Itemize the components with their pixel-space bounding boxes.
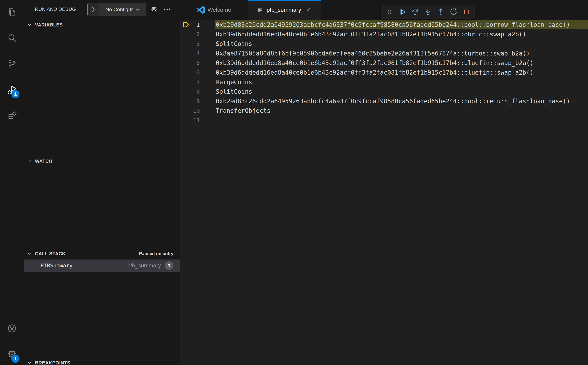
play-icon — [90, 6, 97, 13]
stack-frame-name: PTBSummary — [41, 262, 73, 269]
debug-step-over-icon — [411, 8, 419, 16]
stack-frame-source: ptb_summary — [128, 262, 161, 269]
chevron-down-icon — [27, 22, 32, 28]
section-divider — [24, 355, 180, 355]
start-debugging-button[interactable] — [87, 3, 99, 16]
stack-frame-line-badge: 1 — [165, 261, 173, 270]
code-line-text: 0xb39d6dddedd16ed8a40ce0b1e6b43c92acf0ff… — [216, 59, 534, 67]
step-over-button[interactable] — [410, 7, 420, 17]
debug-count-badge: 1 — [11, 90, 20, 98]
debug-step-out-icon — [437, 8, 445, 16]
code-line-text: 0xb29d83c26cdd2a64959263abbcfc4a6937f0c9… — [216, 98, 570, 105]
section-label: VARIABLES — [35, 22, 63, 28]
code-line[interactable]: 60xb39d6dddedd16ed8a40ce0b1e6b43c92acf0f… — [180, 68, 588, 77]
code-line-text: 0xb29d83c26cdd2a64959263abbcfc4a6937f0c9… — [216, 21, 570, 28]
config-dropdown-label: No Configur — [105, 7, 133, 13]
code-line[interactable]: 8SplitCoins — [180, 87, 588, 96]
activitybar-item-extensions[interactable] — [0, 105, 24, 125]
code-line-text: MergeCoins — [216, 78, 252, 86]
line-number[interactable]: 3 — [180, 40, 200, 47]
line-number[interactable]: 7 — [180, 79, 200, 85]
settings-badge: 1 — [11, 355, 20, 363]
chevron-down-icon — [27, 360, 32, 365]
code-line-text: SplitCoins — [216, 40, 252, 47]
line-number[interactable]: 4 — [180, 50, 200, 56]
tab-label: ptb_summary — [267, 7, 301, 13]
activitybar-item-explorer[interactable] — [0, 2, 24, 22]
debug-stop-icon — [462, 8, 470, 16]
chevron-down-icon — [27, 251, 32, 256]
activity-bar: 1 — [0, 0, 24, 365]
activitybar-item-settings[interactable]: 1 — [0, 344, 24, 364]
code-line[interactable]: 7MergeCoins — [180, 77, 588, 87]
tab-label: Welcome — [208, 7, 231, 13]
line-number[interactable]: 8 — [180, 88, 200, 95]
code-line-text: 0x8ae871505a80d8bf6bf9c05906cda6edfeea46… — [216, 50, 530, 57]
section-label: WATCH — [35, 158, 52, 164]
tab-welcome[interactable]: Welcome — [180, 0, 248, 20]
line-number[interactable]: 10 — [180, 107, 200, 114]
activitybar-item-search[interactable] — [0, 28, 24, 48]
extensions-icon — [7, 110, 17, 120]
code-line[interactable]: 11 — [180, 115, 588, 125]
views-more-actions-button[interactable] — [162, 0, 172, 18]
code-line-text: 0xb39d6dddedd16ed8a40ce0b1e6b43c92acf0ff… — [216, 69, 534, 76]
section-header-variables[interactable]: VARIABLES — [24, 20, 180, 30]
account-icon — [7, 323, 17, 334]
section-header-call-stack[interactable]: CALL STACK Paused on entry — [24, 248, 180, 259]
continue-button[interactable] — [397, 7, 408, 17]
stop-button[interactable] — [461, 7, 472, 17]
open-launch-json-button[interactable] — [150, 0, 158, 18]
sidebar-title: RUN AND DEBUG — [35, 0, 76, 18]
vscode-logo-icon — [197, 6, 205, 14]
line-number[interactable]: 2 — [180, 31, 200, 37]
debug-restart-icon — [449, 8, 458, 16]
sidebar-titlebar: RUN AND DEBUG No Configur — [24, 0, 180, 18]
code-line[interactable]: 10TransferObjects — [180, 106, 588, 115]
activitybar-item-run-and-debug[interactable]: 1 — [0, 80, 24, 100]
editor-area: Welcome ptb_summary 10xb29d83c26cdd2a649… — [180, 0, 588, 365]
debug-step-into-icon — [424, 8, 432, 16]
debug-toolbar — [381, 5, 475, 19]
close-icon[interactable] — [305, 7, 312, 13]
chevron-down-icon — [135, 7, 140, 12]
debug-configuration-dropdown[interactable]: No Configur — [99, 3, 146, 16]
code-line[interactable]: 50xb39d6dddedd16ed8a40ce0b1e6b43c92acf0f… — [180, 58, 588, 68]
activitybar-item-account[interactable] — [0, 318, 24, 338]
line-number[interactable]: 5 — [180, 60, 200, 66]
line-number[interactable]: 11 — [180, 117, 200, 124]
line-number[interactable]: 9 — [180, 98, 200, 104]
code-editor[interactable]: 10xb29d83c26cdd2a64959263abbcfc4a6937f0c… — [180, 20, 588, 365]
code-line[interactable]: 3SplitCoins — [180, 39, 588, 49]
step-into-button[interactable] — [422, 7, 433, 17]
tab-ptb-summary[interactable]: ptb_summary — [248, 0, 321, 20]
activitybar-item-source-control[interactable] — [0, 54, 24, 74]
code-line-text: TransferObjects — [216, 107, 270, 114]
debug-pause-status: Paused on entry — [139, 251, 173, 256]
code-line[interactable]: 40x8ae871505a80d8bf6bf9c05906cda6edfeea4… — [180, 49, 588, 58]
gear-icon — [150, 5, 158, 13]
code-line[interactable]: 90xb29d83c26cdd2a64959263abbcfc4a6937f0c… — [180, 96, 588, 106]
call-stack-frame-row[interactable]: PTBSummary ptb_summary 1 — [24, 260, 180, 272]
section-label: BREAKPOINTS — [35, 360, 71, 365]
restart-button[interactable] — [448, 7, 459, 17]
code-line[interactable]: 10xb29d83c26cdd2a64959263abbcfc4a6937f0c… — [180, 20, 588, 29]
toolbar-drag-handle[interactable] — [384, 7, 395, 17]
section-header-watch[interactable]: WATCH — [24, 156, 180, 166]
code-line-text: SplitCoins — [216, 88, 252, 95]
code-line[interactable]: 20xb39d6dddedd16ed8a40ce0b1e6b43c92acf0f… — [180, 29, 588, 39]
section-header-breakpoints[interactable]: BREAKPOINTS — [24, 358, 180, 365]
debug-continue-icon — [398, 8, 406, 16]
section-label: CALL STACK — [35, 251, 66, 257]
chevron-down-icon — [27, 158, 32, 164]
ellipsis-icon — [162, 4, 172, 14]
line-number[interactable]: 1 — [180, 21, 200, 28]
step-out-button[interactable] — [435, 7, 446, 17]
line-number[interactable]: 6 — [180, 69, 200, 76]
source-control-icon — [7, 59, 17, 69]
search-icon — [7, 33, 17, 43]
run-and-debug-sidebar: RUN AND DEBUG No Configur — [24, 0, 180, 365]
list-file-icon — [257, 7, 264, 13]
explorer-icon — [7, 7, 17, 17]
section-divider — [24, 154, 180, 154]
